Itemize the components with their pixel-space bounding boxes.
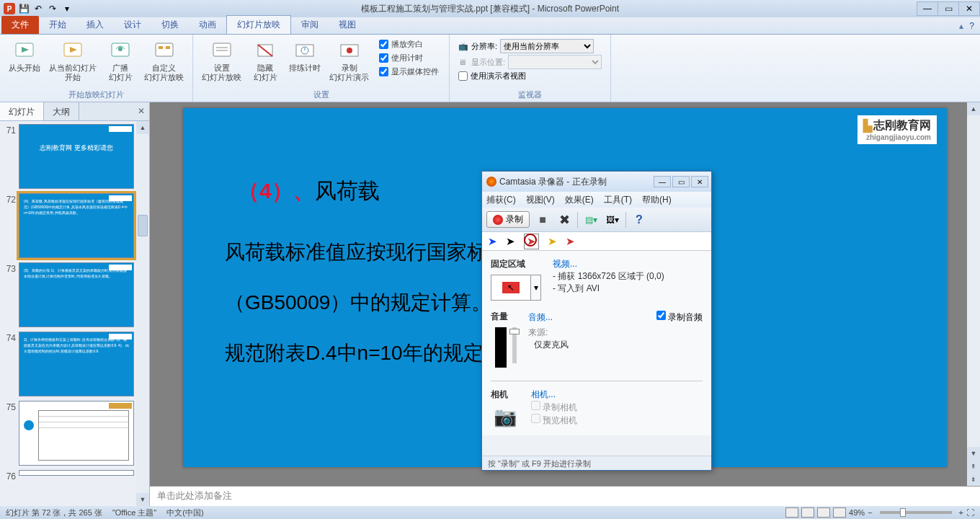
maximize-button[interactable]: ▭	[937, 1, 959, 16]
side-close-icon[interactable]: ✕	[138, 106, 145, 116]
tab-file[interactable]: 文件	[1, 16, 39, 34]
tab-design[interactable]: 设计	[114, 16, 151, 34]
cursor-highlight-red-icon[interactable]: ➤	[566, 235, 575, 248]
camtasia-stop-icon[interactable]: ■	[534, 211, 551, 229]
camera-label: 相机	[491, 389, 520, 401]
ribbon-group-start: 从头开始 从当前幻灯片 开始 广播 幻灯片 自定义 幻灯片放映 开始放映幻灯片	[0, 35, 193, 102]
save-icon[interactable]: 💾	[17, 2, 30, 15]
view-reading-button[interactable]	[817, 507, 830, 518]
show-on-select[interactable]	[508, 55, 602, 69]
powerpoint-icon: P	[3, 2, 16, 15]
undo-icon[interactable]: ↶	[32, 2, 45, 15]
record-camera-checkbox[interactable]: 录制相机	[531, 401, 703, 414]
timings-checkbox[interactable]: 使用计时	[379, 53, 439, 63]
camtasia-titlebar[interactable]: Camtasia 录像器 - 正在录制 — ▭ ✕	[482, 172, 711, 192]
region-dropdown-icon[interactable]: ▾	[531, 275, 541, 301]
camtasia-menu-help[interactable]: 帮助(H)	[642, 194, 672, 206]
svg-point-18	[347, 48, 352, 53]
side-tab-outline[interactable]: 大纲	[44, 102, 79, 120]
camtasia-cursor-row: ➤ ➤ ➤ ➤ ➤	[482, 232, 711, 251]
thumbnail-73[interactable]: 73 (5)、荷载的分项 1)、计算模板及其支架的承载能力时,采用荷载基本组合值…	[3, 262, 146, 327]
camtasia-close-button[interactable]: ✕	[691, 176, 708, 187]
volume-meter	[495, 327, 507, 368]
tab-view[interactable]: 视图	[329, 16, 366, 34]
camera-link[interactable]: 相机...	[531, 389, 703, 401]
quick-access-toolbar: P 💾 ↶ ↷ ▾	[0, 2, 74, 15]
camtasia-menu-capture[interactable]: 捕获(C)	[486, 194, 516, 206]
camtasia-menubar: 捕获(C) 视图(V) 效果(E) 工具(T) 帮助(H)	[482, 192, 711, 208]
ribbon-group-setup: 设置 幻灯片放映 隐藏 幻灯片 排练计时 录制 幻灯片演示 播放旁白 使用计时 …	[193, 35, 450, 102]
preview-camera-checkbox[interactable]: 预览相机	[531, 414, 703, 427]
camtasia-menu-tools[interactable]: 工具(T)	[604, 194, 632, 206]
video-link[interactable]: 视频...	[553, 258, 703, 270]
cursor-highlight-icon[interactable]: ➤	[524, 234, 539, 249]
svg-point-5	[118, 47, 122, 51]
camtasia-window[interactable]: Camtasia 录像器 - 正在录制 — ▭ ✕ 捕获(C) 视图(V) 效果…	[481, 171, 712, 471]
camtasia-statusbar: 按 "录制" 或 F9 开始进行录制	[482, 456, 711, 470]
side-tab-slides[interactable]: 幻灯片	[0, 102, 44, 120]
region-label: 固定区域	[491, 258, 541, 270]
window-title: 模板工程施工策划与管理实战.ppt [兼容模式] - Microsoft Pow…	[361, 3, 619, 15]
thumbnail-72[interactable]: 72 (4)、风荷载 风荷载标准值应按现行国家标准《建筑结构荷载规范》(GB50…	[3, 193, 146, 258]
titlebar: P 💾 ↶ ↷ ▾ 模板工程施工策划与管理实战.ppt [兼容模式] - Mic…	[0, 0, 980, 17]
tab-review[interactable]: 审阅	[291, 16, 329, 34]
view-normal-button[interactable]	[785, 507, 798, 518]
thumbnails-scrollbar[interactable]: ▲ ▼	[136, 121, 149, 506]
volume-slider[interactable]	[512, 327, 517, 363]
view-sorter-button[interactable]	[801, 507, 814, 518]
camtasia-delete-icon[interactable]: ✖	[556, 211, 573, 229]
thumbnails: 71 志刚教育网 更多精彩请您 72 (4)、风荷载 风荷载标准值应按现行国家标…	[0, 121, 149, 506]
camtasia-marker-icon[interactable]: 🖼▾	[604, 211, 621, 229]
narration-checkbox[interactable]: 播放旁白	[379, 39, 439, 50]
svg-rect-9	[213, 43, 231, 56]
camtasia-minimize-button[interactable]: —	[654, 176, 671, 187]
close-button[interactable]: ✕	[958, 1, 980, 16]
thumbnail-76[interactable]: 76	[3, 470, 146, 482]
ribbon-minimize-icon[interactable]: ▴	[959, 21, 963, 31]
tab-insert[interactable]: 插入	[76, 16, 114, 34]
zoom-out-button[interactable]: −	[868, 508, 872, 517]
status-slide-info: 幻灯片 第 72 张，共 265 张	[6, 507, 102, 518]
status-lang[interactable]: 中文(中国)	[166, 507, 203, 518]
redo-icon[interactable]: ↷	[46, 2, 59, 15]
thumbnail-75[interactable]: 75	[3, 401, 146, 466]
audio-link[interactable]: 音频...	[528, 311, 553, 324]
zoom-percent[interactable]: 49%	[849, 508, 865, 517]
notes-pane[interactable]: 单击此处添加备注	[150, 486, 980, 506]
zoom-in-button[interactable]: +	[959, 508, 963, 517]
cursor-arrow-black-icon[interactable]: ➤	[506, 235, 515, 248]
side-panel: 幻灯片 大纲 ✕ 71 志刚教育网 更多精彩请您 72 (4)、风荷载 风荷载标…	[0, 102, 150, 506]
thumbnail-71[interactable]: 71 志刚教育网 更多精彩请您	[3, 124, 146, 189]
ribbon-tabs: 文件 开始 插入 设计 切换 动画 幻灯片放映 审阅 视图 ▴ ?	[0, 17, 980, 35]
camtasia-help-icon[interactable]: ?	[631, 211, 648, 229]
svg-rect-6	[156, 43, 173, 56]
cursor-arrow-yellow-icon[interactable]: ➤	[548, 235, 557, 248]
record-audio-checkbox[interactable]: 录制音频	[656, 311, 703, 324]
resolution-select[interactable]: 使用当前分辨率	[500, 39, 594, 53]
media-controls-checkbox[interactable]: 显示媒体控件	[379, 66, 439, 77]
svg-rect-7	[159, 46, 163, 49]
view-slideshow-button[interactable]	[833, 507, 846, 518]
fit-window-button[interactable]: ⛶	[966, 508, 974, 517]
statusbar: 幻灯片 第 72 张，共 265 张 "Office 主题" 中文(中国) 49…	[0, 506, 980, 519]
zoom-slider[interactable]	[880, 511, 952, 514]
tab-transitions[interactable]: 切换	[151, 16, 189, 34]
help-icon[interactable]: ?	[969, 21, 974, 31]
tab-home[interactable]: 开始	[39, 16, 76, 34]
camtasia-icon	[486, 177, 496, 187]
webcam-icon: 📷	[491, 405, 520, 428]
camtasia-menu-view[interactable]: 视图(V)	[526, 194, 555, 206]
tab-animations[interactable]: 动画	[189, 16, 226, 34]
minimize-button[interactable]: —	[917, 1, 938, 16]
tab-slideshow[interactable]: 幻灯片放映	[226, 15, 291, 34]
slide-scrollbar[interactable]: ▲ ▼ ⇞ ⇟	[967, 102, 980, 486]
camtasia-options-icon[interactable]: ▤▾	[582, 211, 600, 229]
region-selector[interactable]: ↖	[491, 275, 531, 301]
presenter-view-checkbox[interactable]: 使用演示者视图	[458, 71, 602, 81]
cursor-arrow-blue-icon[interactable]: ➤	[488, 235, 497, 248]
thumbnail-74[interactable]: 74 2)、计算作用在模板和支架上荷载时,应考虑荷载组合系数. 3)、钢面板及支…	[3, 332, 146, 396]
camtasia-menu-effects[interactable]: 效果(E)	[565, 194, 594, 206]
camtasia-maximize-button[interactable]: ▭	[672, 176, 690, 187]
qat-dropdown-icon[interactable]: ▾	[61, 2, 74, 15]
camtasia-record-button[interactable]: 录制	[486, 211, 530, 228]
